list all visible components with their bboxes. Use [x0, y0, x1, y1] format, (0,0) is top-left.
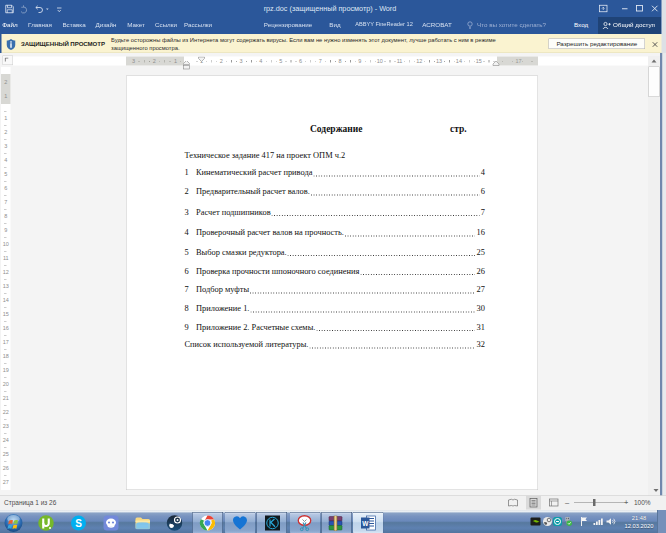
svg-text:S: S	[75, 518, 82, 529]
svg-text:W: W	[362, 520, 369, 527]
